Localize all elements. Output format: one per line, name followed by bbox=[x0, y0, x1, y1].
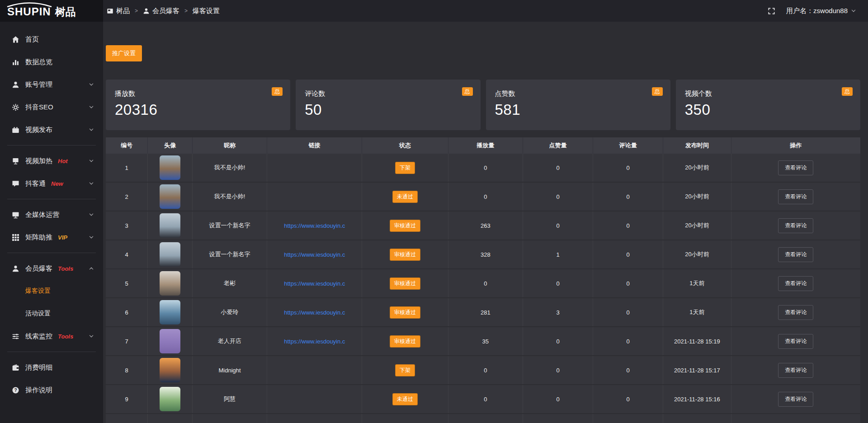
cell-avatar bbox=[148, 240, 192, 268]
cell-time: 2021-11-28 15:19 bbox=[663, 327, 731, 355]
view-comments-button[interactable]: 查看评论 bbox=[778, 276, 813, 291]
cell-id: 5 bbox=[106, 269, 148, 297]
cell-nickname: 老人开店 bbox=[193, 327, 267, 355]
sidebar-subitem-activity-settings[interactable]: 活动设置 bbox=[0, 302, 103, 325]
view-comments-button[interactable]: 查看评论 bbox=[778, 189, 813, 204]
stat-label: 点赞数 bbox=[495, 89, 661, 98]
cell-comments: 0 bbox=[593, 154, 663, 182]
view-comments-button[interactable]: 查看评论 bbox=[778, 160, 813, 175]
cell-nickname: 设置一个新名字 bbox=[193, 240, 267, 268]
cell-id: 9 bbox=[106, 385, 148, 413]
column-header: 操作 bbox=[731, 137, 860, 154]
video-link[interactable]: https://www.iesdouyin.c bbox=[284, 280, 345, 287]
view-comments-button[interactable]: 查看评论 bbox=[778, 334, 813, 349]
sidebar-item-label: 会员爆客 bbox=[25, 264, 52, 273]
cell-action: 查看评论 bbox=[731, 298, 860, 326]
table-row-partial bbox=[106, 414, 860, 423]
stat-label: 评论数 bbox=[305, 89, 471, 98]
cell-likes: 0 bbox=[523, 385, 593, 413]
sidebar-badge: VIP bbox=[58, 234, 67, 241]
breadcrumb-item[interactable]: 会员爆客 bbox=[143, 7, 179, 15]
chevron-down-icon bbox=[89, 235, 94, 240]
cell-nickname: 老彬 bbox=[193, 269, 267, 297]
sidebar-item-consumption-detail[interactable]: 消费明细 bbox=[0, 356, 103, 379]
video-icon bbox=[12, 126, 19, 134]
cell-action: 查看评论 bbox=[731, 183, 860, 211]
sidebar-item-media-operation[interactable]: 全媒体运营 bbox=[0, 203, 103, 226]
account-icon bbox=[12, 81, 19, 89]
column-header: 评论量 bbox=[593, 137, 663, 154]
sidebar: SHUPIN 树品 首页数据总览账号管理抖音SEO视频发布视频加热Hot抖客通N… bbox=[0, 0, 103, 423]
cell-plays: 0 bbox=[448, 269, 523, 297]
sliders-icon bbox=[12, 333, 19, 340]
chevron-down-icon bbox=[89, 181, 94, 186]
chevron-down-icon bbox=[851, 8, 856, 14]
view-comments-button[interactable]: 查看评论 bbox=[778, 247, 813, 262]
cell-likes: 0 bbox=[523, 327, 593, 355]
status-badge: 审核通过 bbox=[390, 306, 420, 319]
fullscreen-icon[interactable] bbox=[768, 7, 775, 15]
video-link[interactable]: https://www.iesdouyin.c bbox=[284, 338, 345, 345]
sidebar-subitem-baoke-settings[interactable]: 爆客设置 bbox=[0, 280, 103, 302]
column-header: 发布时间 bbox=[663, 137, 731, 154]
sidebar-item-operation-guide[interactable]: ?操作说明 bbox=[0, 379, 103, 401]
stat-cards: 播放数20316总评论数50总点赞数581总视频个数350总 bbox=[106, 80, 860, 130]
promotion-settings-button[interactable]: 推广设置 bbox=[106, 45, 142, 61]
sidebar-item-account-management[interactable]: 账号管理 bbox=[0, 73, 103, 96]
username-menu[interactable]: 用户名：zswodun88 bbox=[786, 7, 856, 15]
cell-avatar bbox=[148, 327, 192, 355]
status-badge: 未通过 bbox=[392, 191, 418, 203]
cell-plays: 0 bbox=[448, 183, 523, 211]
cell-action: 查看评论 bbox=[731, 327, 860, 355]
table-row: 3设置一个新名字https://www.iesdouyin.c审核通过26300… bbox=[106, 212, 860, 240]
video-link[interactable]: https://www.iesdouyin.c bbox=[284, 251, 345, 258]
cell-id: 4 bbox=[106, 240, 148, 268]
stat-card: 视频个数350总 bbox=[676, 80, 860, 130]
video-link[interactable]: https://www.iesdouyin.c bbox=[284, 222, 345, 229]
view-comments-button[interactable]: 查看评论 bbox=[778, 363, 813, 378]
table-row: 4设置一个新名字https://www.iesdouyin.c审核通过32810… bbox=[106, 240, 860, 269]
sidebar-item-douyin-seo[interactable]: 抖音SEO bbox=[0, 96, 103, 118]
cell-likes: 3 bbox=[523, 298, 593, 326]
view-comments-button[interactable]: 查看评论 bbox=[778, 392, 813, 407]
sidebar-item-data-overview[interactable]: 数据总览 bbox=[0, 51, 103, 73]
sidebar-item-label: 抖客通 bbox=[25, 179, 46, 188]
sidebar-item-label: 全媒体运营 bbox=[25, 211, 59, 219]
sidebar-item-video-heat[interactable]: 视频加热Hot bbox=[0, 150, 103, 172]
cell-plays: 0 bbox=[448, 385, 523, 413]
module-icon bbox=[107, 8, 113, 14]
avatar bbox=[160, 155, 180, 180]
cell-time: 20小时前 bbox=[663, 154, 731, 182]
cell-link bbox=[267, 356, 362, 384]
video-link[interactable]: https://www.iesdouyin.c bbox=[284, 309, 345, 316]
cell-status: 审核通过 bbox=[362, 298, 448, 326]
monitor-icon bbox=[12, 211, 19, 219]
chevron-down-icon bbox=[89, 127, 94, 132]
breadcrumb-item[interactable]: 爆客设置 bbox=[193, 7, 220, 15]
comment-icon bbox=[12, 180, 19, 188]
breadcrumb-separator: > bbox=[130, 8, 143, 14]
cell-likes: 0 bbox=[523, 269, 593, 297]
cell-id: 2 bbox=[106, 183, 148, 211]
table-row: 2我不是小帅!未通过00020小时前查看评论 bbox=[106, 183, 860, 212]
view-comments-button[interactable]: 查看评论 bbox=[778, 218, 813, 233]
sidebar-item-member-baoke[interactable]: 会员爆客Tools bbox=[0, 257, 103, 280]
cell-id: 1 bbox=[106, 154, 148, 182]
view-comments-button[interactable]: 查看评论 bbox=[778, 305, 813, 320]
cell-status: 未通过 bbox=[362, 183, 448, 211]
sidebar-item-matrix-boost[interactable]: 矩阵助推VIP bbox=[0, 226, 103, 249]
cell-link: https://www.iesdouyin.c bbox=[267, 298, 362, 326]
cell-time: 20小时前 bbox=[663, 240, 731, 268]
logo-arc bbox=[6, 2, 52, 7]
sidebar-item-home[interactable]: 首页 bbox=[0, 28, 103, 51]
grid-icon bbox=[12, 234, 19, 241]
chevron-down-icon bbox=[89, 158, 94, 164]
stat-total-badge: 总 bbox=[272, 87, 283, 96]
sidebar-item-clue-monitor[interactable]: 线索监控Tools bbox=[0, 325, 103, 348]
sidebar-item-label: 首页 bbox=[25, 35, 39, 44]
cell-nickname: Midnight bbox=[193, 356, 267, 384]
sidebar-item-douketong[interactable]: 抖客通New bbox=[0, 172, 103, 195]
table-row: 9阿慧未通过0002021-11-28 15:16查看评论 bbox=[106, 385, 860, 414]
breadcrumb-item[interactable]: 树品 bbox=[107, 7, 130, 15]
sidebar-item-video-publish[interactable]: 视频发布 bbox=[0, 118, 103, 141]
